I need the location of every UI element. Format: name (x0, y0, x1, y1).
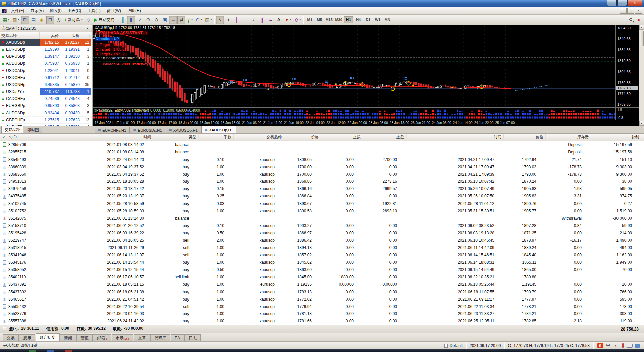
timeframe-MN-button[interactable]: MN (383, 16, 392, 23)
market-watch-column-3[interactable]: ! (81, 32, 91, 39)
indicators-button[interactable]: ƒ▾ (186, 16, 194, 24)
child-close-button[interactable]: × (635, 8, 642, 14)
community-button[interactable]: ● (635, 16, 643, 24)
menu-item-3[interactable]: 图表(C) (65, 7, 85, 15)
market-watch-tab-交易品种[interactable]: 交易品种 (1, 126, 23, 133)
symbol-row-CADCHFp[interactable]: CADCHFp0.745390.745434 (0, 95, 92, 102)
tile-windows-button[interactable]: ▣ (161, 16, 169, 24)
time-axis[interactable]: 16 Jun 202117 Jun 01:0017 Jun 09:0017 Ju… (93, 120, 639, 126)
history-column-3[interactable]: 手数 (199, 134, 234, 141)
history-column-10[interactable]: 库存费 (546, 134, 591, 141)
arrows-button[interactable]: ▼▾ (283, 16, 293, 24)
restore-button[interactable]: □ (617, 0, 627, 6)
symbol-row-USDJPYp[interactable]: USDJPYp110.737110.7381 (0, 88, 92, 95)
history-column-6[interactable]: 止损 (321, 134, 363, 141)
keyboard-icon[interactable] (627, 344, 633, 348)
status-profile[interactable]: Default (441, 342, 466, 349)
history-row-35465617[interactable]: 354656172021.06.21 04:51:42buy1.00xauusd… (0, 296, 644, 303)
strategy-tester-button[interactable]: ◎ (55, 16, 63, 24)
market-watch-column-2[interactable]: 买价 (60, 32, 81, 39)
close-button[interactable]: × (627, 0, 642, 6)
terminal-tab-EA[interactable]: EA (171, 334, 184, 341)
history-column-2[interactable]: 类型 (153, 134, 199, 141)
history-row-35523776[interactable]: 355237762021.06.23 04:16:03buy1.00xauusd… (0, 310, 644, 317)
new-order-button[interactable]: +新订单▾ (63, 16, 84, 24)
taskbar-strip[interactable] (0, 349, 644, 352)
symbol-row-GBPUSDp[interactable]: GBPUSDp1.391471.391503 (0, 53, 92, 60)
market-watch-column-0[interactable]: 交易品种 (0, 32, 40, 39)
zoom-out-button[interactable]: ⊖ (152, 16, 160, 24)
history-column-9[interactable]: 价格 (504, 134, 546, 141)
chinese-mode-icon[interactable]: 中 (605, 343, 611, 348)
periods-button[interactable]: ⊙▾ (194, 16, 203, 24)
history-column-5[interactable]: 价格 (284, 134, 321, 141)
title-bar[interactable]: 66501642: CWGMarketsSVG-Live - [XAUUSDp,… (0, 0, 644, 7)
history-column-8[interactable]: 时间 (407, 134, 504, 141)
scrollbar-track[interactable] (639, 30, 644, 121)
terminal-tab-文章[interactable]: 文章 (134, 334, 150, 341)
profiles-button[interactable]: ▥▾ (11, 16, 20, 24)
symbol-row-USDCHFp[interactable]: USDCHFp0.917120.917120 (0, 74, 92, 81)
history-row-32855706[interactable]: 328557062021.01.08 03:14:02balanceDeposi… (0, 141, 644, 148)
menu-item-1[interactable]: 显示(V) (27, 7, 47, 15)
taskbar-item[interactable] (65, 350, 72, 352)
history-row-35142075[interactable]: 351420752021.06.01 13:14:30balanceWithdr… (0, 215, 644, 222)
scrollbar-thumb[interactable] (640, 31, 644, 46)
halfwidth-icon[interactable]: ◐ (613, 343, 619, 348)
symbol-row-EURUSDp[interactable]: EURUSDp1.193901.193911 (0, 46, 92, 53)
timeframe-M5-button[interactable]: M5 (315, 16, 324, 23)
bar-chart-button[interactable]: ║ (119, 16, 127, 24)
history-row-34975458[interactable]: 349754582021.05.20 13:17:42buy0.15xauusd… (0, 185, 644, 192)
chart-shift-button[interactable]: ⇄ (177, 16, 185, 24)
history-row-34951813[interactable]: 349518132021.05.18 10:05:28buy1.00xauusd… (0, 178, 644, 185)
terminal-tab-警报[interactable]: 警报 (76, 334, 93, 341)
zoom-in-button[interactable]: ⊕ (144, 16, 152, 24)
market-watch-tab-即时图[interactable]: 即时图 (24, 127, 42, 133)
history-column-1[interactable]: 时间 (54, 134, 153, 141)
history-column-11[interactable]: 获利 (591, 134, 641, 141)
history-row-35318915[interactable]: 353189152021.06.11 11:26:29sell1.00xauus… (0, 244, 644, 251)
chart-plot[interactable]: XAUUSDp,H1 1782.66 1784.81 1782.15 1782.… (93, 25, 615, 107)
search-button[interactable] (627, 16, 635, 24)
history-row-33545493[interactable]: 335454932021.02.24 06:14:20buy0.10xauusd… (0, 156, 644, 163)
chart-tab-1[interactable]: ▦EURUSDs,H1 (130, 127, 165, 133)
history-row-33683660[interactable]: 336836602021.03.04 19:37:52buy1.00xauusd… (0, 171, 644, 178)
symbol-row-AUDCADp[interactable]: AUDCADp0.934340.934395 (0, 109, 92, 117)
child-restore-button[interactable]: □ (627, 8, 634, 14)
chart-tab-0[interactable]: ▦EURCHFs,H1 (95, 127, 130, 133)
history-row-35345176[interactable]: 353451762021.06.14 15:54:44buy1.00xauusd… (0, 259, 644, 266)
menu-item-5[interactable]: 窗口(W) (104, 7, 124, 15)
history-row-33660339[interactable]: 336603392021.03.04 19:37:52buy1.00xauusd… (0, 163, 644, 171)
menu-item-2[interactable]: 插入(I) (47, 7, 64, 15)
taskbar-item[interactable] (47, 350, 54, 352)
fibonacci-button[interactable]: ≡ (266, 16, 274, 24)
scroll-down-icon[interactable]: ▼ (639, 121, 644, 126)
taskbar-item[interactable] (29, 350, 36, 352)
market-watch-button[interactable]: ⊞ (21, 16, 29, 24)
symbol-row-USDCADp[interactable]: USDCADp1.230411.230410 (0, 67, 92, 74)
indicator-axis[interactable]: 1.8 -0.8 (615, 107, 639, 120)
shapes-button[interactable]: ◇▾ (293, 16, 302, 24)
vertical-line-button[interactable]: │ (233, 16, 241, 24)
symbol-row-EURGBPp[interactable]: EURGBPp0.858000.858033 (0, 102, 92, 109)
timeframe-D1-button[interactable]: D1 (363, 16, 373, 23)
history-column-4[interactable]: 交易品种 (234, 134, 284, 141)
terminal-button[interactable]: ⊟ (46, 16, 54, 24)
chart-scrollbar[interactable]: ▲ ▼ (639, 25, 644, 126)
terminal-tab-代码库[interactable]: 代码库 (150, 334, 170, 341)
mic-icon[interactable] (622, 343, 624, 348)
menu-item-6[interactable]: 帮助(H) (124, 7, 144, 15)
history-row-35219747[interactable]: 352197472021.06.04 16:05:25sell2.00xauus… (0, 237, 644, 244)
symbol-row-AUDUSDp[interactable]: AUDUSDp0.759370.759381 (0, 60, 92, 67)
templates-button[interactable]: ▧▾ (204, 16, 213, 24)
market-watch-header[interactable]: 市场报价: 12:32:35 × (0, 25, 92, 32)
timeframe-W1-button[interactable]: W1 (373, 16, 382, 23)
history-row-35437392[interactable]: 354373922021.06.18 05:21:38buy1.00xauusd… (0, 288, 644, 296)
navigator-button[interactable]: ◈ (38, 16, 46, 24)
trendline-button[interactable]: / (250, 16, 258, 24)
terminal-tab-市场[interactable]: 市场188 (112, 334, 133, 341)
candlestick-button[interactable]: ▮ (127, 16, 135, 24)
auto-scroll-button[interactable]: → (169, 16, 177, 24)
new-chart-button[interactable]: ▦▾ (1, 16, 11, 24)
autotrading-button[interactable]: ▶自动交易 (93, 16, 116, 24)
